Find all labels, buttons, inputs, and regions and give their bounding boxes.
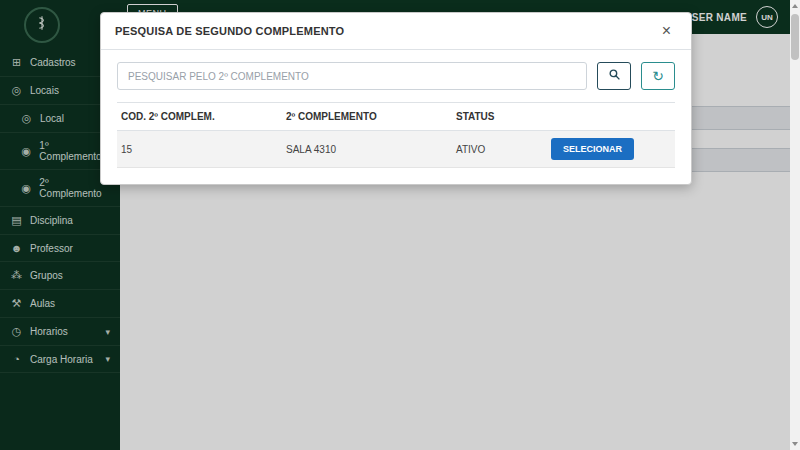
scroll-down-arrow[interactable] (790, 438, 800, 450)
search-complemento-modal: PESQUISA DE SEGUNDO COMPLEMENTO × ↻ COD.… (100, 12, 692, 185)
modal-header: PESQUISA DE SEGUNDO COMPLEMENTO × (101, 13, 691, 50)
modal-body: ↻ COD. 2º COMPLEM. 2º COMPLEMENTO STATUS… (101, 50, 691, 184)
table-row: 15 SALA 4310 ATIVO SELECIONAR (117, 131, 675, 168)
refresh-icon[interactable]: ↻ (641, 62, 675, 90)
selecionar-button[interactable]: SELECIONAR (551, 138, 634, 160)
search-icon (608, 68, 621, 84)
cell-status: ATIVO (456, 144, 551, 155)
modal-title: PESQUISA DE SEGUNDO COMPLEMENTO (115, 25, 344, 37)
modal-search-row: ↻ (117, 62, 675, 90)
column-header-complemento: 2º COMPLEMENTO (286, 111, 456, 122)
cell-cod: 15 (121, 144, 286, 155)
modal-search-button[interactable] (597, 62, 631, 90)
complemento-search-input[interactable] (117, 62, 587, 90)
scroll-up-arrow[interactable] (790, 0, 800, 12)
app-window: MENU USER NAME UN ⊞ Cadastros ◎ Locais (0, 0, 800, 450)
scrollbar-thumb[interactable] (791, 14, 799, 60)
table-header: COD. 2º COMPLEM. 2º COMPLEMENTO STATUS (117, 102, 675, 131)
close-icon[interactable]: × (656, 22, 677, 40)
column-header-actions (551, 111, 671, 122)
scrollbar[interactable] (790, 0, 800, 450)
cell-complemento: SALA 4310 (286, 144, 456, 155)
column-header-status: STATUS (456, 111, 551, 122)
column-header-cod: COD. 2º COMPLEM. (121, 111, 286, 122)
